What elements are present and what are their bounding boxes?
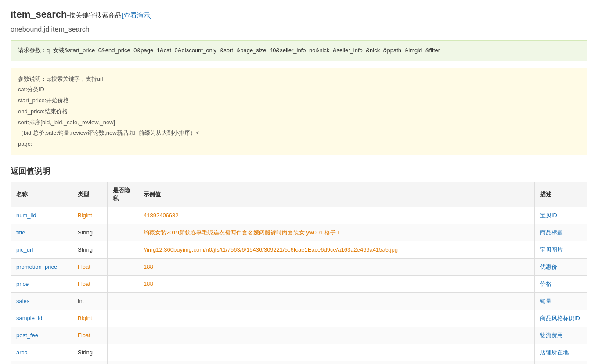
cell-example: 约薇女装2019新款春季毛呢连衣裙两件套名媛阔腿裤时尚套装女 yw001 格子 … [138, 224, 535, 241]
table-row: area String 店铺所在地 [11, 344, 587, 361]
cell-example: //img12.360buyimg.com/n0/jfs/t1/7563/6/1… [138, 241, 535, 258]
cell-desc: 价格 [535, 275, 587, 292]
param-line-7: page: [18, 139, 580, 150]
table-row: sales Int 销量 [11, 292, 587, 310]
cell-name: price [11, 275, 72, 292]
cell-name: sample_id [11, 310, 72, 327]
col-header-desc: 描述 [535, 182, 587, 207]
cell-desc: 物流费用 [535, 327, 587, 344]
cell-type: String [72, 344, 108, 361]
cell-name: title [11, 224, 72, 241]
cell-private [108, 224, 138, 241]
cell-example [138, 292, 535, 310]
cell-private [108, 361, 138, 364]
table-row: price Float 188 价格 [11, 275, 587, 292]
param-line-5: sort:排序[bid,_bid,_sale,_review,_new] [18, 117, 580, 128]
param-line-6: （bid:总价,sale:销量,review评论数,new新品,加_前缀为从大到… [18, 128, 580, 139]
cell-private [108, 241, 138, 258]
demo-link[interactable]: [查看演示] [122, 11, 151, 19]
cell-desc: 销量 [535, 292, 587, 310]
cell-name: pic_url [11, 241, 72, 258]
cell-private [108, 310, 138, 327]
table-row: promotion_price Float 188 优惠价 [11, 258, 587, 275]
request-box: 请求参数：q=女装&start_price=0&end_price=0&page… [11, 40, 587, 61]
cell-name: seller [11, 361, 72, 364]
cell-desc: 优惠价 [535, 258, 587, 275]
param-line-4: end_price:结束价格 [18, 106, 580, 117]
cell-example: 41892406682 [138, 207, 535, 224]
table-row: post_fee Float 物流费用 [11, 327, 587, 344]
cell-private [108, 207, 138, 224]
table-row: pic_url String //img12.360buyimg.com/n0/… [11, 241, 587, 258]
cell-example: 188 [138, 258, 535, 275]
cell-type: Bigint [72, 310, 108, 327]
cell-private [108, 344, 138, 361]
cell-private [108, 275, 138, 292]
col-header-private: 是否隐私 [108, 182, 138, 207]
cell-desc: 商品标题 [535, 224, 587, 241]
return-table: 名称 类型 是否隐私 示例值 描述 num_iid Bigint 4189240… [11, 182, 587, 364]
cell-example: 约薇女装官方旗舰店 [138, 361, 535, 364]
cell-type: String [72, 241, 108, 258]
table-row: num_iid Bigint 41892406682 宝贝ID [11, 207, 587, 224]
param-line-2: cat:分类ID [18, 84, 580, 95]
param-line-1: 参数说明：q:搜索关键字，支持url [18, 74, 580, 85]
col-header-name: 名称 [11, 182, 72, 207]
cell-desc: 店铺所在地 [535, 344, 587, 361]
cell-type: String [72, 224, 108, 241]
table-header-row: 名称 类型 是否隐私 示例值 描述 [11, 182, 587, 207]
cell-type: Float [72, 327, 108, 344]
table-row: seller String 约薇女装官方旗舰店 卖家昵称 [11, 361, 587, 364]
cell-desc: 商品风格标识ID [535, 310, 587, 327]
title-main: item_search [11, 9, 67, 20]
cell-private [108, 292, 138, 310]
cell-name: area [11, 344, 72, 361]
request-label: 请求参数： [18, 47, 47, 54]
cell-type: String [72, 361, 108, 364]
cell-name: post_fee [11, 327, 72, 344]
cell-example [138, 327, 535, 344]
cell-type: Float [72, 258, 108, 275]
cell-type: Bigint [72, 207, 108, 224]
cell-example [138, 344, 535, 361]
cell-desc: 宝贝图片 [535, 241, 587, 258]
cell-desc: 卖家昵称 [535, 361, 587, 364]
cell-type: Int [72, 292, 108, 310]
cell-name: promotion_price [11, 258, 72, 275]
api-subtitle: onebound.jd.item_search [11, 25, 587, 33]
request-value: q=女装&start_price=0&end_price=0&page=1&ca… [47, 47, 443, 54]
cell-name: sales [11, 292, 72, 310]
cell-example: 188 [138, 275, 535, 292]
cell-name: num_iid [11, 207, 72, 224]
col-header-type: 类型 [72, 182, 108, 207]
col-header-example: 示例值 [138, 182, 535, 207]
cell-type: Float [72, 275, 108, 292]
table-row: title String 约薇女装2019新款春季毛呢连衣裙两件套名媛阔腿裤时尚… [11, 224, 587, 241]
cell-example [138, 310, 535, 327]
return-section-title: 返回值说明 [11, 166, 587, 177]
cell-private [108, 327, 138, 344]
param-line-3: start_price:开始价格 [18, 95, 580, 106]
table-row: sample_id Bigint 商品风格标识ID [11, 310, 587, 327]
page-title: item_search-按关键字搜索商品[查看演示] [11, 9, 587, 20]
title-sub: -按关键字搜索商品 [67, 11, 122, 19]
cell-desc: 宝贝ID [535, 207, 587, 224]
cell-private [108, 258, 138, 275]
params-box: 参数说明：q:搜索关键字，支持url cat:分类ID start_price:… [11, 68, 587, 155]
